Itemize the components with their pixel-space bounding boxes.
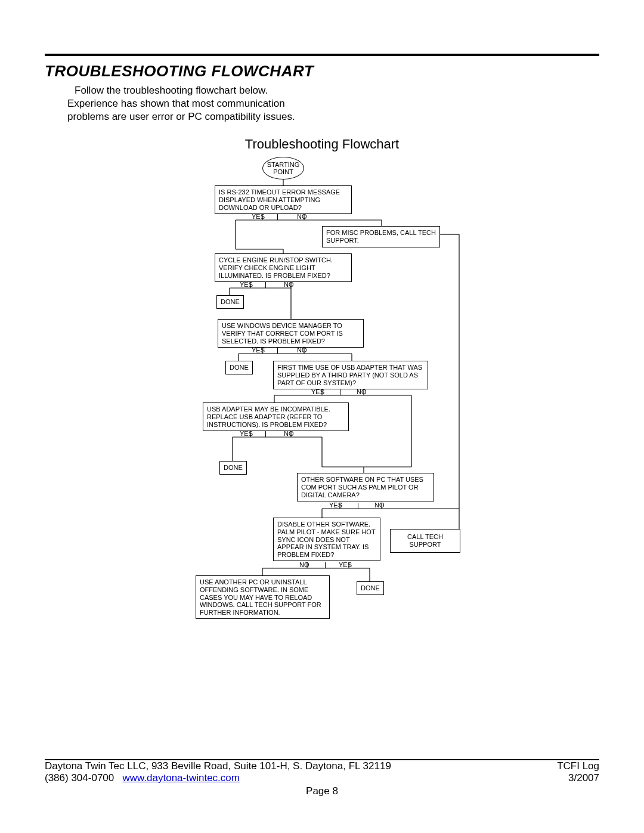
decision-rs232: IS RS-232 TIMEOUT ERROR MESSAGE DISPLAYE… bbox=[215, 185, 352, 214]
split-divider bbox=[277, 348, 278, 354]
decision-usb-adapter: FIRST TIME USE OF USB ADAPTER THAT WAS S… bbox=[273, 361, 428, 389]
label-yes: YES bbox=[252, 346, 265, 354]
footer-doc-name: TCFI Log bbox=[557, 760, 599, 772]
intro-line: Follow the troubleshooting flowchart bel… bbox=[75, 85, 268, 96]
split-divider bbox=[265, 282, 266, 288]
section-title: TROUBLESHOOTING FLOWCHART bbox=[45, 62, 599, 80]
label-no: NO bbox=[299, 561, 309, 569]
label-yes: YES bbox=[240, 430, 253, 438]
label-no: NO bbox=[374, 501, 385, 509]
footer-phone: (386) 304-0700 bbox=[45, 772, 114, 784]
intro-line: problems are user error or PC compatibil… bbox=[67, 111, 295, 122]
split-divider bbox=[265, 431, 266, 437]
label-yes: YES bbox=[329, 501, 342, 509]
action-use-another-pc: USE ANOTHER PC OR UNINSTALL OFFENDING SO… bbox=[196, 575, 330, 619]
intro-line: Experience has shown that most communica… bbox=[67, 98, 285, 109]
label-no: NO bbox=[297, 346, 307, 354]
diagram-title: Troubleshooting Flowchart bbox=[45, 137, 599, 152]
footer-company: Daytona Twin Tec LLC, 933 Beville Road, … bbox=[45, 760, 391, 772]
action-disable-software: DISABLE OTHER SOFTWARE. PALM PILOT - MAK… bbox=[273, 518, 380, 561]
label-yes: YES bbox=[240, 281, 253, 289]
label-yes: YES bbox=[339, 561, 352, 569]
page-footer: Daytona Twin Tec LLC, 933 Beville Road, … bbox=[45, 759, 599, 797]
label-no: NO bbox=[357, 388, 367, 396]
label-yes: YES bbox=[252, 213, 265, 221]
footer-date: 3/2007 bbox=[568, 772, 599, 784]
action-replace-adapter: USB ADAPTER MAY BE INCOMPATIBLE. REPLACE… bbox=[203, 402, 349, 431]
page: TROUBLESHOOTING FLOWCHART Follow the tro… bbox=[0, 0, 644, 833]
decision-com-port: USE WINDOWS DEVICE MANAGER TO VERIFY THA… bbox=[218, 319, 364, 348]
label-no: NO bbox=[284, 281, 294, 289]
terminal-call-tech-support: CALL TECH SUPPORT bbox=[390, 529, 460, 552]
terminal-done: DONE bbox=[219, 461, 247, 475]
flowchart: STARTING POINT IS RS-232 TIMEOUT ERROR M… bbox=[143, 157, 501, 682]
action-misc-problems: FOR MISC PROBLEMS, CALL TECH SUPPORT. bbox=[322, 226, 440, 247]
decision-cycle-switch: CYCLE ENGINE RUN/STOP SWITCH. VERIFY CHE… bbox=[215, 253, 352, 282]
terminal-done: DONE bbox=[216, 295, 244, 309]
footer-link[interactable]: www.daytona-twintec.com bbox=[122, 772, 240, 784]
terminal-done: DONE bbox=[225, 361, 253, 374]
split-divider bbox=[277, 214, 278, 220]
decision-other-software: OTHER SOFTWARE ON PC THAT USES COM PORT … bbox=[297, 473, 434, 501]
footer-contact: (386) 304-0700 www.daytona-twintec.com bbox=[45, 772, 240, 784]
split-divider bbox=[358, 503, 358, 509]
split-divider bbox=[340, 389, 340, 395]
terminal-done: DONE bbox=[357, 581, 384, 595]
label-no: NO bbox=[284, 430, 294, 438]
top-rule bbox=[45, 54, 599, 56]
intro-paragraph: Follow the troubleshooting flowchart bel… bbox=[67, 84, 324, 123]
split-divider bbox=[325, 562, 326, 568]
footer-page-number: Page 8 bbox=[45, 785, 599, 797]
label-no: NO bbox=[297, 213, 307, 221]
label-yes: YES bbox=[311, 388, 324, 396]
